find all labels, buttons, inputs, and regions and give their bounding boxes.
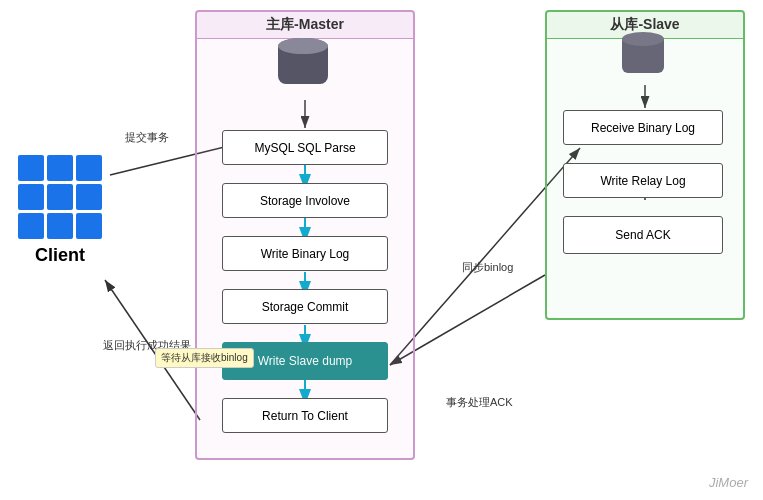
grid-cell-6 bbox=[76, 184, 102, 210]
watermark: JiMoer bbox=[709, 475, 748, 490]
client-label: Client bbox=[35, 245, 85, 266]
write-slave-dump-label: Write Slave dump bbox=[258, 354, 352, 368]
client-block: Client bbox=[18, 155, 102, 266]
wait-slave-tooltip: 等待从库接收binlog bbox=[155, 348, 254, 368]
master-db-shape bbox=[278, 38, 328, 93]
storage-involove-box: Storage Involove bbox=[222, 183, 388, 218]
submit-transaction-label: 提交事务 bbox=[125, 130, 169, 145]
grid-cell-2 bbox=[47, 155, 73, 181]
mysql-sql-parse-box: MySQL SQL Parse bbox=[222, 130, 388, 165]
receive-binary-log-label: Receive Binary Log bbox=[591, 121, 695, 135]
master-db-icon bbox=[278, 38, 328, 93]
write-relay-log-box: Write Relay Log bbox=[563, 163, 723, 198]
receive-binary-log-box: Receive Binary Log bbox=[563, 110, 723, 145]
slave-db-icon bbox=[622, 32, 664, 80]
send-ack-label: Send ACK bbox=[615, 228, 670, 242]
diagram-container: 主库-Master 从库-Slave Clien bbox=[0, 0, 763, 500]
db-top-highlight bbox=[278, 38, 328, 54]
client-grid bbox=[18, 155, 102, 239]
slave-db-top bbox=[622, 32, 664, 46]
grid-cell-4 bbox=[18, 184, 44, 210]
grid-cell-1 bbox=[18, 155, 44, 181]
send-ack-box: Send ACK bbox=[563, 216, 723, 254]
storage-commit-box: Storage Commit bbox=[222, 289, 388, 324]
grid-cell-9 bbox=[76, 213, 102, 239]
storage-involove-label: Storage Involove bbox=[260, 194, 350, 208]
mysql-sql-parse-label: MySQL SQL Parse bbox=[254, 141, 355, 155]
master-title: 主库-Master bbox=[197, 12, 413, 39]
transaction-ack-label: 事务处理ACK bbox=[446, 395, 513, 410]
grid-cell-8 bbox=[47, 213, 73, 239]
sync-binlog-label: 同步binlog bbox=[462, 260, 513, 275]
grid-cell-3 bbox=[76, 155, 102, 181]
write-binary-log-box: Write Binary Log bbox=[222, 236, 388, 271]
storage-commit-label: Storage Commit bbox=[262, 300, 349, 314]
grid-cell-5 bbox=[47, 184, 73, 210]
grid-cell-7 bbox=[18, 213, 44, 239]
write-relay-log-label: Write Relay Log bbox=[600, 174, 685, 188]
return-to-client-label: Return To Client bbox=[262, 409, 348, 423]
return-to-client-box: Return To Client bbox=[222, 398, 388, 433]
write-binary-log-label: Write Binary Log bbox=[261, 247, 349, 261]
slave-db-shape bbox=[622, 32, 664, 80]
